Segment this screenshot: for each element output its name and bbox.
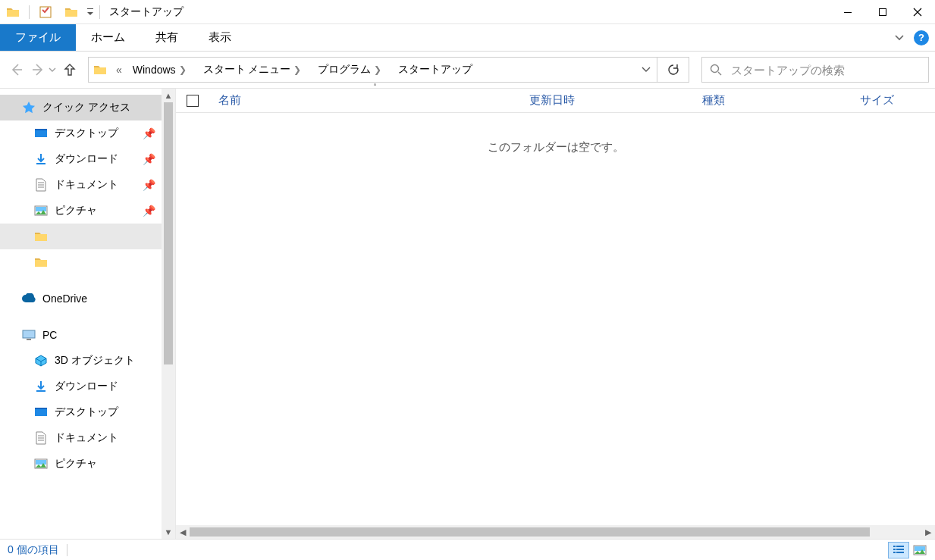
svg-rect-10 (23, 330, 35, 338)
desktop-icon (33, 405, 49, 420)
svg-rect-18 (896, 546, 904, 547)
content-h-scrollbar[interactable]: ◀ ▶ (176, 525, 935, 539)
address-bar[interactable]: « Windows❯ スタート メニュー❯ プログラム❯ スタートアップ (88, 57, 657, 83)
column-size[interactable]: サイズ (851, 89, 935, 112)
nav-desktop[interactable]: デスクトップ 📌 (0, 120, 175, 146)
navpane-scrollbar[interactable]: ▲ ▼ (162, 89, 175, 539)
close-button[interactable] (900, 0, 935, 23)
svg-rect-7 (36, 163, 45, 164)
tab-share[interactable]: 共有 (140, 24, 193, 51)
svg-point-4 (711, 65, 719, 73)
select-all-checkbox[interactable] (176, 95, 209, 107)
svg-rect-6 (35, 129, 47, 130)
folder-icon (33, 229, 49, 244)
scroll-down-icon[interactable]: ▼ (162, 525, 175, 539)
history-dropdown[interactable] (49, 67, 59, 72)
nav-downloads-pc[interactable]: ダウンロード (0, 374, 175, 399)
breadcrumb-item[interactable]: Windows❯ (127, 58, 197, 82)
nav-recent-folder[interactable] (0, 224, 175, 249)
nav-label: 3D オブジェクト (55, 354, 135, 368)
nav-label: ダウンロード (55, 152, 118, 166)
scroll-thumb[interactable] (164, 102, 173, 364)
column-date[interactable]: 更新日時 (520, 89, 693, 112)
file-list-area[interactable]: このフォルダーは空です。 (176, 113, 935, 525)
nav-quick-access[interactable]: クイック アクセス (0, 95, 175, 120)
qat-folder-icon[interactable] (0, 0, 26, 23)
tab-file[interactable]: ファイル (0, 24, 76, 51)
pc-icon (21, 327, 36, 343)
nav-label: デスクトップ (55, 127, 118, 140)
breadcrumb-item[interactable]: プログラム❯ (312, 58, 392, 82)
nav-pictures[interactable]: ピクチャ 📌 (0, 198, 175, 224)
nav-3d-objects[interactable]: 3D オブジェクト (0, 348, 175, 374)
tab-home[interactable]: ホーム (76, 24, 140, 51)
tab-view[interactable]: 表示 (193, 24, 246, 51)
scroll-track[interactable] (162, 102, 175, 525)
breadcrumb-item[interactable]: スタートアップ (392, 58, 478, 82)
nav-label: ドキュメント (55, 178, 118, 192)
nav-documents[interactable]: ドキュメント 📌 (0, 172, 175, 198)
scroll-thumb[interactable] (190, 527, 870, 537)
scroll-right-icon[interactable]: ▶ (921, 525, 935, 539)
search-box[interactable] (701, 57, 929, 83)
svg-rect-21 (893, 552, 896, 553)
breadcrumb-item[interactable]: スタート メニュー❯ (197, 58, 312, 82)
up-button[interactable] (59, 59, 80, 80)
chevron-right-icon: ❯ (176, 64, 191, 75)
nav-label: ドキュメント (55, 431, 118, 445)
ribbon: ファイル ホーム 共有 表示 ? (0, 24, 935, 52)
nav-downloads[interactable]: ダウンロード 📌 (0, 146, 175, 172)
svg-rect-17 (893, 546, 896, 547)
address-folder-icon (89, 64, 111, 76)
nav-label: OneDrive (42, 293, 87, 305)
help-button[interactable]: ? (914, 30, 929, 45)
pictures-icon (33, 456, 49, 471)
nav-recent-folder[interactable] (0, 249, 175, 275)
folder-icon (33, 255, 49, 270)
qat-newfolder-icon[interactable] (58, 0, 84, 23)
view-details-button[interactable] (888, 542, 909, 558)
pictures-icon (33, 203, 49, 218)
scroll-track[interactable] (190, 525, 921, 539)
cube-icon (33, 353, 49, 368)
refresh-button[interactable] (657, 57, 689, 83)
column-headers: 名前 更新日時 種類 サイズ (176, 89, 935, 113)
nav-desktop-pc[interactable]: デスクトップ (0, 399, 175, 425)
star-icon (21, 100, 36, 115)
pin-icon: 📌 (143, 205, 155, 217)
chevron-right-icon: ❯ (371, 64, 386, 75)
nav-onedrive[interactable]: OneDrive (0, 286, 175, 311)
breadcrumb: Windows❯ スタート メニュー❯ プログラム❯ スタートアップ (127, 58, 635, 82)
column-name[interactable]: 名前 (209, 89, 520, 112)
forward-button[interactable] (27, 59, 49, 80)
ribbon-collapse-chevron-icon[interactable] (890, 34, 909, 42)
minimize-button[interactable] (830, 0, 865, 23)
view-thumbnails-button[interactable] (909, 542, 930, 558)
svg-rect-3 (880, 8, 886, 15)
quick-access-toolbar (0, 0, 96, 23)
search-input[interactable] (729, 63, 921, 77)
pin-icon: 📌 (143, 179, 155, 191)
svg-rect-22 (896, 552, 904, 553)
onedrive-icon (21, 291, 36, 306)
navigation-pane: クイック アクセス デスクトップ 📌 ダウンロード 📌 ド (0, 89, 176, 539)
nav-pictures-pc[interactable]: ピクチャ (0, 451, 175, 477)
address-dropdown[interactable] (635, 67, 657, 73)
scroll-up-icon[interactable]: ▲ (162, 89, 175, 102)
scroll-left-icon[interactable]: ◀ (176, 525, 190, 539)
qat-properties-icon[interactable] (33, 0, 58, 23)
svg-rect-24 (915, 546, 925, 551)
window-title: スタートアップ (103, 5, 184, 19)
maximize-button[interactable] (865, 0, 900, 23)
download-icon (33, 152, 49, 167)
nav-documents-pc[interactable]: ドキュメント (0, 425, 175, 451)
separator (99, 5, 100, 19)
nav-pc[interactable]: PC (0, 322, 175, 348)
qat-dropdown[interactable] (84, 0, 96, 23)
separator (29, 5, 30, 19)
svg-rect-20 (896, 549, 904, 550)
back-button[interactable] (6, 59, 27, 80)
column-type[interactable]: 種類 (693, 89, 851, 112)
breadcrumb-overflow[interactable]: « (111, 64, 127, 76)
svg-rect-9 (36, 207, 46, 211)
